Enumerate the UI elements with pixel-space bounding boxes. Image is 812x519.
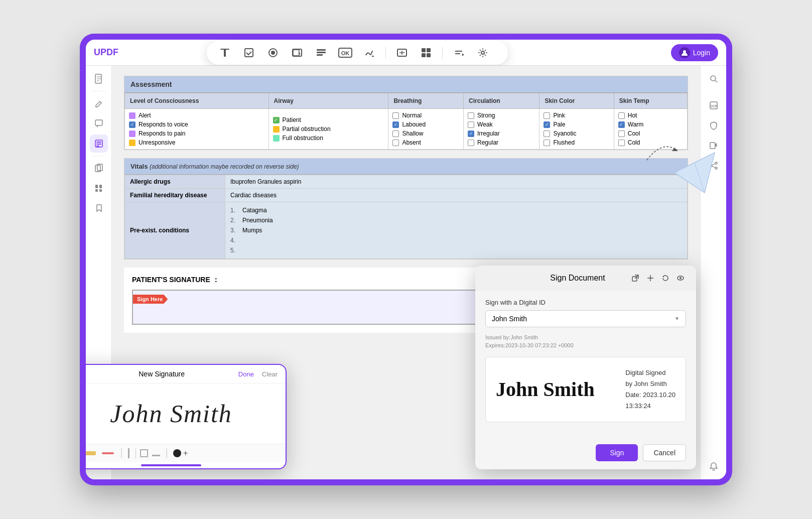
check-syanotic[interactable]: Syanotic (544, 129, 609, 138)
resize-icon[interactable] (645, 273, 656, 284)
refresh-icon[interactable] (660, 273, 671, 284)
toolbar-divider-1 (385, 47, 386, 59)
vitals-title: Vitals (130, 163, 148, 170)
login-label: Login (693, 49, 710, 57)
sign-button[interactable]: Sign (596, 444, 638, 461)
cancel-button[interactable]: Cancel (643, 444, 686, 461)
svg-rect-15 (422, 53, 426, 57)
sidebar-pages-icon[interactable] (90, 159, 108, 177)
check-warm[interactable]: ✓ Warm (618, 120, 683, 129)
strong-checkbox[interactable] (468, 112, 474, 119)
check-irregular[interactable]: ✓ Irregular (468, 129, 535, 138)
check-pink[interactable]: Pink (544, 111, 609, 120)
field-icon[interactable] (394, 45, 410, 61)
hot-checkbox[interactable] (618, 112, 625, 119)
new-window-icon[interactable] (630, 273, 641, 284)
weak-checkbox[interactable] (468, 121, 474, 128)
list-icon[interactable] (313, 45, 329, 61)
sidebar-page-icon[interactable] (90, 70, 108, 88)
sidebar-comment-icon[interactable] (90, 114, 108, 133)
check-hot[interactable]: Hot (618, 111, 683, 120)
sidebar-form-icon[interactable] (90, 135, 108, 153)
svg-rect-6 (293, 50, 299, 56)
syanotic-checkbox[interactable] (544, 131, 550, 137)
pen-tool-3[interactable] (102, 452, 114, 454)
check-partial[interactable]: Partial obstruction (273, 124, 384, 134)
ok-icon[interactable]: OK (337, 45, 353, 61)
col-circulation: Circulation (464, 93, 539, 109)
sidebar-bookmark-icon[interactable] (90, 199, 108, 217)
pen-tool-4[interactable] (128, 448, 136, 458)
patient-label: Patient (283, 116, 301, 123)
protect-icon[interactable] (705, 116, 723, 135)
new-sig-done-button[interactable]: Done (238, 370, 254, 378)
convert-icon[interactable] (705, 137, 723, 155)
align-icon[interactable] (451, 45, 467, 61)
pen-tool-5[interactable] (140, 449, 148, 457)
digital-id-select[interactable]: John Smith ▼ (485, 310, 686, 327)
checkbox-icon[interactable] (241, 45, 257, 61)
pen-tool-2[interactable] (86, 451, 96, 455)
color-picker[interactable]: + (173, 449, 188, 458)
check-patient[interactable]: ✓ Patient (273, 115, 384, 124)
check-responds-pain[interactable]: Responds to pain (129, 129, 264, 138)
notification-icon[interactable] (705, 457, 723, 475)
patient-checkbox[interactable]: ✓ (273, 117, 280, 123)
alert-label: Alert (139, 112, 151, 119)
new-sig-title: New Signature (139, 370, 185, 378)
cold-checkbox[interactable] (618, 140, 625, 146)
irregular-checkbox[interactable]: ✓ (468, 131, 474, 137)
preexist-label: Pre-exist. conditions (125, 202, 225, 259)
check-laboued[interactable]: ✓ Laboued (392, 120, 459, 129)
check-weak[interactable]: Weak (468, 120, 535, 129)
check-normal[interactable]: Normal (392, 111, 459, 120)
normal-checkbox[interactable] (392, 112, 399, 119)
check-regular[interactable]: Regular (468, 138, 535, 147)
laboued-checkbox[interactable]: ✓ (392, 121, 399, 128)
search-icon[interactable] (705, 70, 723, 88)
check-strong[interactable]: Strong (468, 111, 535, 120)
pale-checkbox[interactable]: ✓ (544, 121, 550, 128)
table-row: Allergic drugs Ibuprofen Granules aspiri… (125, 175, 688, 189)
check-flushed[interactable]: Flushed (544, 138, 609, 147)
regular-checkbox[interactable] (468, 140, 474, 146)
expires: Expires:2023-10-30 07:23:22 +0000 (485, 341, 686, 350)
check-cold[interactable]: Cold (618, 138, 683, 147)
check-responds-voice[interactable]: ✓ Responds to voice (129, 120, 264, 129)
flushed-checkbox[interactable] (544, 140, 550, 146)
cool-checkbox[interactable] (618, 131, 625, 137)
top-bar: UPDF (86, 40, 726, 66)
check-cool[interactable]: Cool (618, 129, 683, 138)
sidebar-edit-icon[interactable] (90, 94, 108, 112)
pen-tool-6[interactable] (152, 450, 160, 456)
svg-rect-7 (317, 49, 326, 51)
check-unresponsive[interactable]: Unresponsive (129, 138, 264, 147)
settings-icon[interactable] (475, 45, 491, 61)
check-pale[interactable]: ✓ Pale (544, 120, 609, 129)
radio-icon[interactable] (265, 45, 281, 61)
ocr-icon[interactable]: OCR (705, 96, 723, 114)
check-full[interactable]: Full obstruction (273, 134, 384, 143)
combo-icon[interactable] (289, 45, 305, 61)
grid-icon[interactable] (418, 45, 434, 61)
share-icon[interactable] (705, 157, 723, 175)
check-absent[interactable]: Absent (392, 138, 459, 147)
text-icon[interactable] (217, 45, 233, 61)
shallow-checkbox[interactable] (392, 131, 399, 137)
tablet-inner: UPDF (86, 40, 726, 479)
eye-icon[interactable] (675, 273, 686, 284)
sign-icon[interactable] (361, 45, 377, 61)
sign-here-badge[interactable]: Sign Here (133, 295, 168, 304)
pink-checkbox[interactable] (544, 112, 550, 119)
absent-checkbox[interactable] (392, 140, 399, 146)
check-shallow[interactable]: Shallow (392, 129, 459, 138)
warm-checkbox[interactable]: ✓ (618, 121, 625, 128)
new-sig-clear-button[interactable]: Clear (262, 370, 278, 378)
add-color-icon[interactable]: + (183, 449, 188, 458)
sidebar-thumbnail-icon[interactable] (90, 179, 108, 197)
responds-voice-checkbox[interactable]: ✓ (129, 121, 136, 128)
vitals-header: Vitals (additional information maybe rec… (124, 159, 688, 175)
login-button[interactable]: Login (671, 44, 718, 61)
dropdown-chevron-icon: ▼ (674, 316, 680, 321)
check-alert[interactable]: Alert (129, 111, 264, 120)
